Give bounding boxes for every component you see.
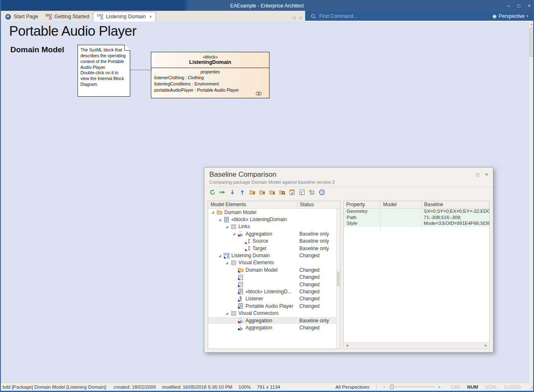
refresh-icon[interactable] [209,189,216,195]
block-attribute: portableAudioPlayer : Portable Audio Pla… [151,87,269,93]
fold-all-icon[interactable] [269,189,275,195]
maximize-dialog-icon[interactable]: □ [476,172,479,178]
expander-open-icon[interactable]: ◢ [210,210,216,214]
block-compartment-label: properties [151,68,269,75]
baseline-grid-row-geometry[interactable]: GeometrySX=0;SY=0;EX=0;EY=-32;EDGE=1; [344,209,489,215]
expander-open-icon[interactable]: ◢ [231,232,237,236]
up-icon[interactable] [239,189,245,195]
diagram-label-text: Domain Model [10,45,64,54]
end-red-icon [244,245,251,251]
help-icon[interactable]: ? [319,189,325,195]
baseline-tree-item-visual-elements[interactable]: ◢Visual Elements [208,259,340,266]
property-compare-pane: Property Model Baseline GeometrySX=0;SY=… [343,201,490,349]
find-folder-icon[interactable] [279,189,285,195]
baseline-tree-item-unnamed[interactable]: Changed [208,274,340,281]
column-header[interactable]: Baseline [421,201,489,208]
block-blue-icon [237,303,244,309]
baseline-tree-item-target[interactable]: TargetBaseline only [208,245,340,252]
maximize-button[interactable]: □ [517,3,520,9]
baseline-grid-row-path[interactable]: Path71:-308;516:-308; [344,215,489,221]
expander-open-icon[interactable]: ◢ [224,312,230,315]
zoom-slider-thumb[interactable] [391,385,393,389]
baseline-status: Baseline only [297,238,340,244]
actor-blue-icon [237,296,244,302]
diagram-title-text: Portable Audio Player [9,23,136,39]
down-icon[interactable] [229,189,235,195]
baseline-tree-item-block-listeningd[interactable]: «block» ListeningD...Changed [208,288,340,295]
baseline-status: Baseline only [297,318,340,324]
indicator-scrl: SCRL [485,385,498,390]
note-element[interactable]: The SysML block that describes the opera… [78,45,130,97]
document-tab-listening-domain[interactable]: Listening Domain× [93,12,156,22]
column-header[interactable]: Property [344,201,380,208]
status-zoom: 100% [238,385,250,390]
baseline-grid-row-empty [344,227,489,233]
separator [376,385,376,390]
zoom-in-icon[interactable]: + [438,385,441,390]
document-tabs: Start PageGetting StartedListening Domai… [0,11,305,22]
conn-red-icon [237,231,244,237]
zoom-slider[interactable]: − + [383,385,441,390]
status-modified: modified: 16/05/2018 5:36:10 PM [162,385,232,390]
baseline-tree-item-block-listeningdomain[interactable]: ◢«block» ListeningDomain [208,216,340,223]
expander-open-icon[interactable]: ◢ [217,218,223,222]
find-command[interactable]: Find Command... [311,12,357,21]
baseline-tree-item-source[interactable]: SourceBaseline only [208,238,340,245]
close-tab-icon[interactable]: × [149,14,152,19]
log-icon[interactable] [309,189,315,195]
startpage-icon [5,14,11,20]
fold-down-icon[interactable] [249,189,255,195]
document-tab-getting-started[interactable]: Getting Started [42,12,93,22]
tree-scrollbar[interactable] [336,209,340,348]
status-bar: bdd [Package] Domain Model [Listening Do… [0,382,534,391]
baseline-status: Changed [297,282,340,287]
baseline-comparison-dialog: Baseline Comparison □ × Comparing packag… [204,167,493,353]
conn-red-icon [237,317,244,324]
baseline-tree-item-portable-audio-player[interactable]: Portable Audio PlayerChanged [208,302,340,309]
baseline-tree-item-visual-connectors[interactable]: ◢Visual Connectors [208,309,340,317]
baseline-grid-row-style[interactable]: StyleMode=3;EOID=991E4F66;SOID=E... [344,221,489,227]
grid-icon [230,310,237,317]
diagram-blue-icon [223,253,230,259]
gettingstarted-icon [46,14,52,20]
close-dialog-icon[interactable]: × [485,172,488,178]
minimize-button[interactable]: – [507,3,510,9]
resize-grip[interactable] [528,385,533,390]
baseline-tree-item-unnamed[interactable]: Changed [208,281,340,288]
expander-open-icon[interactable]: ◢ [224,225,230,229]
baseline-tree-item-domain-model[interactable]: ◢Domain Model [208,209,340,216]
baseline-tree-item-domain-model[interactable]: Domain ModelChanged [208,266,340,273]
close-button[interactable]: × [528,3,531,9]
expander-open-icon[interactable]: ◢ [224,261,230,265]
baseline-tree-item-aggregation[interactable]: ◢AggregationBaseline only [208,230,340,237]
search-icon [311,14,316,19]
tab-scroll-left-icon[interactable]: ◁ [292,15,296,20]
diagram-icon [97,14,103,20]
status-created: created: 18/02/2009 [114,385,156,390]
grid-horizontal-scrollbar[interactable]: ◀▶ [344,342,489,348]
baseline-status: Changed [297,267,340,273]
column-header[interactable]: Status [297,201,340,208]
column-header[interactable]: Model Elements [208,201,297,208]
check-icon[interactable] [299,189,305,195]
folder-blue-icon [237,267,244,273]
baseline-tree-item-listener[interactable]: ListenerChanged [208,295,340,302]
expander-open-icon[interactable]: ◢ [217,254,223,258]
document-tab-start-page[interactable]: Start Page [1,12,42,22]
tab-scroll-right-icon[interactable]: ▷ [299,15,303,20]
baseline-tree-item-aggregation[interactable]: AggregationChanged [208,324,340,331]
merge-icon[interactable] [219,189,226,195]
xml-icon[interactable] [289,189,295,195]
fold-up-icon[interactable] [259,189,265,195]
link-indicator-icon [256,92,262,95]
all-perspectives-button[interactable]: All Perspectives [335,385,369,390]
column-header[interactable]: Model [380,201,421,208]
perspective-button[interactable]: ◉ Perspective ▾ [492,12,528,21]
baseline-tree-item-listening-domain[interactable]: ◢Listening DomainChanged [208,252,340,259]
baseline-tree-item-aggregation[interactable]: AggregationBaseline only [208,317,340,324]
baseline-status: Changed [297,296,340,302]
baseline-tree-item-links[interactable]: ◢Links [208,223,340,230]
grid-icon [230,224,237,230]
zoom-out-icon[interactable]: − [383,385,386,390]
block-element[interactable]: «block» ListeningDomain properties liste… [151,52,269,98]
